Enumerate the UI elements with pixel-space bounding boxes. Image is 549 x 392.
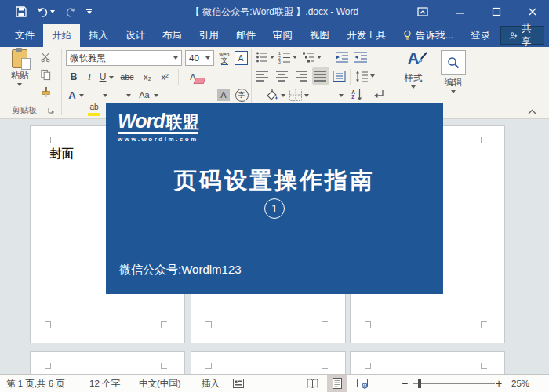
- line-spacing-button[interactable]: [354, 69, 369, 83]
- bold-button[interactable]: B: [67, 70, 80, 84]
- character-shading-button[interactable]: A: [216, 88, 231, 102]
- decrease-indent-button[interactable]: [334, 50, 350, 64]
- tab-view[interactable]: 视图: [301, 24, 338, 47]
- zoom-level[interactable]: 25%: [511, 375, 529, 392]
- page-indicator[interactable]: 第 1 页,共 6 页: [6, 375, 65, 392]
- cover-image[interactable]: Word 联盟 www.wordlm.com 页码设置操作指南 1 微信公众号:…: [106, 103, 443, 294]
- insert-mode-indicator[interactable]: 插入: [202, 375, 220, 392]
- font-name-caret[interactable]: [173, 56, 178, 60]
- bullets-caret[interactable]: [269, 54, 275, 60]
- tell-me-box[interactable]: 告诉我...: [394, 24, 462, 47]
- read-mode-button[interactable]: [302, 375, 322, 392]
- enclose-characters-button[interactable]: 字: [235, 88, 249, 102]
- share-button[interactable]: 共享: [500, 26, 544, 45]
- cut-button[interactable]: [38, 50, 53, 64]
- editing-caret[interactable]: [451, 90, 456, 93]
- close-button[interactable]: [524, 0, 541, 24]
- styles-caret[interactable]: [411, 85, 416, 89]
- text-effects-button[interactable]: A: [66, 88, 78, 102]
- multilevel-list-caret[interactable]: [316, 54, 322, 60]
- superscript-button[interactable]: x²: [158, 70, 172, 84]
- copy-icon: [40, 69, 52, 81]
- font-name-combobox[interactable]: 微软雅黑: [66, 50, 182, 66]
- font-size-caret[interactable]: [205, 56, 210, 60]
- multilevel-list-button[interactable]: [302, 50, 316, 64]
- language-indicator[interactable]: 中文(中国): [139, 375, 181, 392]
- page-6[interactable]: [350, 351, 505, 374]
- tab-insert[interactable]: 插入: [80, 24, 117, 47]
- tab-layout[interactable]: 布局: [154, 24, 191, 47]
- line-spacing-caret[interactable]: [369, 73, 376, 79]
- shading-caret[interactable]: [280, 93, 286, 99]
- align-center-button[interactable]: [275, 69, 289, 83]
- maximize-button[interactable]: [488, 0, 505, 24]
- change-case-caret[interactable]: [153, 93, 159, 99]
- web-layout-button[interactable]: [352, 375, 373, 392]
- phonetic-guide-button[interactable]: wén 文: [217, 49, 231, 67]
- borders-button[interactable]: [289, 88, 303, 102]
- title-bar: 【 微信公众号:Word联盟 】.docx - Word: [0, 0, 549, 24]
- page-5[interactable]: [191, 351, 346, 374]
- paste-button[interactable]: 粘贴: [5, 49, 35, 86]
- styles-label: 样式: [405, 72, 423, 84]
- justify-button[interactable]: [312, 67, 329, 85]
- underline-dropdown-caret[interactable]: [108, 74, 115, 81]
- web-layout-icon: [357, 379, 368, 389]
- numbering-caret[interactable]: [292, 54, 298, 60]
- status-bar: 第 1 页,共 6 页 12 个字 中文(中国) 插入 − + 25%: [0, 374, 549, 392]
- minimize-button[interactable]: [451, 0, 468, 24]
- subscript-button[interactable]: x₂: [140, 70, 155, 84]
- tab-references[interactable]: 引用: [191, 24, 227, 47]
- strikethrough-button[interactable]: abc: [118, 70, 136, 84]
- tab-review[interactable]: 审阅: [264, 24, 301, 47]
- zoom-slider-track[interactable]: [413, 383, 495, 384]
- format-painter-button[interactable]: [38, 85, 53, 99]
- print-layout-button[interactable]: [327, 375, 347, 392]
- macro-record-button[interactable]: [233, 375, 244, 392]
- text-highlight-button[interactable]: ab: [87, 101, 101, 116]
- editing-button[interactable]: 编辑: [439, 50, 467, 93]
- styles-button[interactable]: A 样式: [395, 50, 431, 89]
- word-count[interactable]: 12 个字: [89, 375, 120, 392]
- page-4[interactable]: [30, 351, 185, 374]
- bullets-button[interactable]: [255, 50, 269, 64]
- margin-mark: [161, 363, 167, 369]
- page1-heading: 封面: [50, 147, 74, 162]
- ribbon-display-options-button[interactable]: [414, 0, 431, 24]
- tab-file[interactable]: 文件: [6, 24, 43, 47]
- zoom-in-button[interactable]: +: [496, 375, 502, 392]
- character-border-icon: A: [235, 51, 248, 65]
- shading-button[interactable]: [265, 88, 279, 102]
- character-scaling-caret[interactable]: [338, 93, 344, 99]
- show-formatting-marks-button[interactable]: [372, 88, 386, 102]
- character-border-button[interactable]: A: [234, 50, 248, 66]
- increase-indent-button[interactable]: [353, 50, 369, 64]
- margin-mark: [45, 137, 51, 143]
- numbering-button[interactable]: 123: [278, 50, 292, 64]
- tab-developer[interactable]: 开发工具: [338, 24, 394, 47]
- sort-button[interactable]: A Z: [348, 88, 365, 102]
- copy-button[interactable]: [38, 67, 53, 82]
- tab-design[interactable]: 设计: [117, 24, 154, 47]
- text-effects-caret[interactable]: [78, 93, 85, 99]
- underline-button[interactable]: U: [97, 70, 108, 84]
- collapse-ribbon-button[interactable]: [525, 107, 538, 116]
- highlight-caret[interactable]: [102, 93, 108, 99]
- zoom-slider-center-tick: [453, 381, 453, 387]
- clear-formatting-button[interactable]: A: [184, 70, 202, 84]
- distribute-button[interactable]: [333, 69, 347, 83]
- zoom-out-button[interactable]: −: [402, 375, 408, 392]
- tab-home[interactable]: 开始: [43, 24, 80, 47]
- font-size-combobox[interactable]: 40: [185, 50, 214, 66]
- tab-mailings[interactable]: 邮件: [227, 24, 264, 47]
- change-case-button[interactable]: Aa: [136, 88, 152, 102]
- font-color-caret[interactable]: [125, 93, 132, 99]
- zoom-slider-handle[interactable]: [418, 379, 421, 388]
- borders-caret[interactable]: [304, 93, 310, 99]
- clipboard-dialog-launcher[interactable]: [47, 107, 55, 114]
- align-left-button[interactable]: [256, 69, 270, 83]
- sign-in-button[interactable]: 登录: [462, 24, 499, 47]
- align-right-button[interactable]: [295, 69, 309, 83]
- italic-button[interactable]: I: [84, 70, 95, 84]
- paste-dropdown-caret[interactable]: [17, 83, 22, 86]
